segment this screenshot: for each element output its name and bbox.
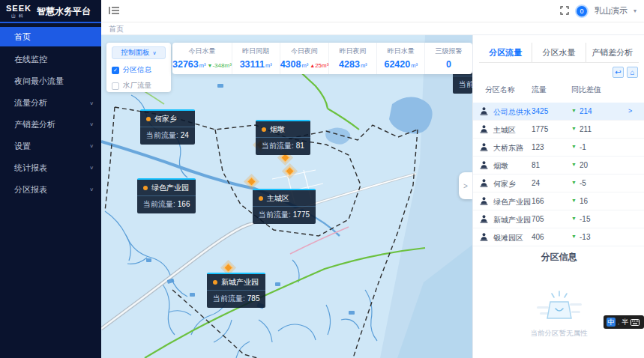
partition-icon [479,106,489,118]
flow-label: 当前流量: [262,142,294,150]
user-menu-caret-icon[interactable]: ▾ [634,7,637,14]
stat-value: 32763 [172,59,199,70]
panel-tabs: 分区流量 分区水量 产销差分析 [479,43,639,63]
tab-partition-volume[interactable]: 分区水量 [532,43,586,62]
topbar: 0 乳山演示 ▾ [101,0,644,22]
triangle-down-icon: ▼ [571,234,577,239]
main-area: 0 乳山演示 ▾ 首页 [101,0,644,358]
flow-label: 当前流量: [259,210,291,219]
checkbox-unchecked-icon[interactable] [112,82,119,90]
table-row[interactable]: 何家乡 24 ▼ -5 [473,175,644,192]
partition-icon [479,214,489,225]
right-panel: 分区流量 分区水量 产销差分析 ↩ ⌂ 分区名称 流量 同比差值 公司总供水 3… [472,35,644,358]
partition-info-title: 分区信息 [473,251,644,264]
partition-icon [479,160,489,172]
stat-value: 0 [446,59,451,70]
layer-panel-button[interactable]: 控制面板 ∨ [112,46,166,59]
sidebar-accent-line [0,22,101,23]
collapse-menu-icon[interactable] [109,4,120,18]
sidebar-item-settings[interactable]: 设置∨ [0,136,101,157]
sidebar: SEEK 山科 智慧水务平台 首页 在线监控 夜间最小流量 流量分析∨ 产销差分… [0,0,101,358]
partition-flow: 705 [532,215,544,223]
sidebar-item-label: 首页 [14,27,31,46]
ime-mode-icon[interactable]: 中 [607,318,616,327]
layer-label: 分区信息 [123,65,151,75]
partition-name: 烟墩 [493,161,508,172]
empty-state-text: 当前分区暂无属性 [473,329,644,339]
partition-icon [479,178,489,189]
partition-name: 新城产业园 [493,215,531,225]
tooltip-title: 新城产业园 [221,277,259,288]
table-row[interactable]: 绿色产业园 166 ▼ 16 [473,192,644,210]
partition-table: 公司总供水 3425 ▼ 214 > 主城区 1775 ▼ 211 大桥东路 1… [473,103,644,246]
partition-diff: 211 [580,125,592,133]
layer-partition-info[interactable]: ✓ 分区信息 [112,65,166,75]
partition-name: 大桥东路 [493,143,523,154]
layer-plant-flow[interactable]: 水厂流量 [112,81,166,91]
sidebar-item-label: 设置 [14,136,31,157]
map-canvas[interactable]: 何家乡 当前流量:24 烟墩 当前流量:81 绿色产业园 当前流量:166 主城… [101,35,472,358]
stat-label: 昨日同期 [232,46,280,56]
table-row[interactable]: 大桥东路 123 ▼ -1 [473,139,644,157]
stat-unit: m³ [411,62,418,69]
sidebar-item-label: 统计报表 [14,157,47,179]
table-row[interactable]: 公司总供水 3425 ▼ 214 > [473,103,644,121]
triangle-down-icon: ▼ [571,126,577,131]
breadcrumb: 首页 [101,22,644,35]
table-row[interactable]: 新城产业园 705 ▼ -15 [473,210,644,228]
sidebar-item-label: 在线监控 [14,49,47,70]
home-button[interactable]: ⌂ [627,67,638,78]
sidebar-item-home[interactable]: 首页 [0,27,101,46]
marker-dot-icon [146,117,151,121]
partition-name: 绿色产业园 [493,197,531,207]
empty-box-icon [535,290,583,323]
partition-icon [479,124,489,136]
tooltip-title: 绿色产业园 [151,183,189,193]
sidebar-menu: 首页 在线监控 夜间最小流量 流量分析∨ 产销差分析∨ 设置∨ 统计报表∨ 分区… [0,27,101,201]
layer-panel-button-label: 控制面板 [121,48,149,58]
sidebar-item-partition-report[interactable]: 分区报表∨ [0,179,101,201]
partition-name: 主城区 [493,125,516,136]
sidebar-item-night-min-flow[interactable]: 夜间最小流量 [0,70,101,92]
sidebar-item-nrw-analysis[interactable]: 产销差分析∨ [0,114,101,136]
table-row[interactable]: 主城区 1775 ▼ 211 [473,121,644,139]
checkbox-checked-icon[interactable]: ✓ [112,67,119,74]
stat-value: 33111 [240,59,265,70]
user-name[interactable]: 乳山演示 [595,5,628,16]
panel-toolbar: ↩ ⌂ [613,67,638,78]
triangle-down-icon: ▼ [571,216,577,221]
map-tooltip-main-city: 主城区 当前流量:1775 [253,189,316,224]
logo-mark-icon: SEEK 山科 [6,4,31,18]
layer-panel: 控制面板 ∨ ✓ 分区信息 水厂流量 [106,43,171,92]
flow-value: 1775 [293,210,310,219]
triangle-down-icon: ▼ [571,162,577,167]
table-row[interactable]: 烟墩 81 ▼ 20 [473,157,644,175]
stat-label: 今日水量 [172,46,232,56]
table-row[interactable]: 银滩园区 406 ▼ -13 [473,228,644,246]
panel-collapse-toggle[interactable]: > [459,172,472,199]
back-button[interactable]: ↩ [613,67,624,78]
sidebar-item-statistics-report[interactable]: 统计报表∨ [0,157,101,179]
stat-yesterday-volume: 昨日水量 62420m³ [377,43,425,74]
sidebar-item-flow-analysis[interactable]: 流量分析∨ [0,92,101,114]
partition-flow: 81 [532,161,540,169]
stat-delta: -348m³ [212,62,231,69]
map-tooltip-new-city-park: 新城产业园 当前流量:785 [207,273,265,308]
partition-diff: -1 [580,143,586,151]
keyboard-icon[interactable] [631,319,640,326]
ime-punct[interactable]: , [618,319,619,326]
avatar[interactable]: 0 [575,4,589,18]
sidebar-item-label: 夜间最小流量 [14,70,64,92]
stat-yesterday-same-period: 昨日同期 33111m³ [232,43,280,74]
ime-shape[interactable]: 半 [622,318,628,327]
sidebar-item-online-monitoring[interactable]: 在线监控 [0,49,101,70]
triangle-down-icon: ▼ [571,198,577,203]
stat-today-volume: 今日水量 32763m³▼-348m³ [172,43,232,74]
ime-bar[interactable]: 中 , 半 [604,315,644,329]
partition-name: 何家乡 [493,179,516,189]
tooltip-title: 何家乡 [154,114,177,124]
fullscreen-icon[interactable] [560,4,569,18]
tab-partition-flow[interactable]: 分区流量 [479,43,532,62]
triangle-down-icon: ▼ [571,180,577,185]
tab-nrw-analysis[interactable]: 产销差分析 [586,43,639,62]
